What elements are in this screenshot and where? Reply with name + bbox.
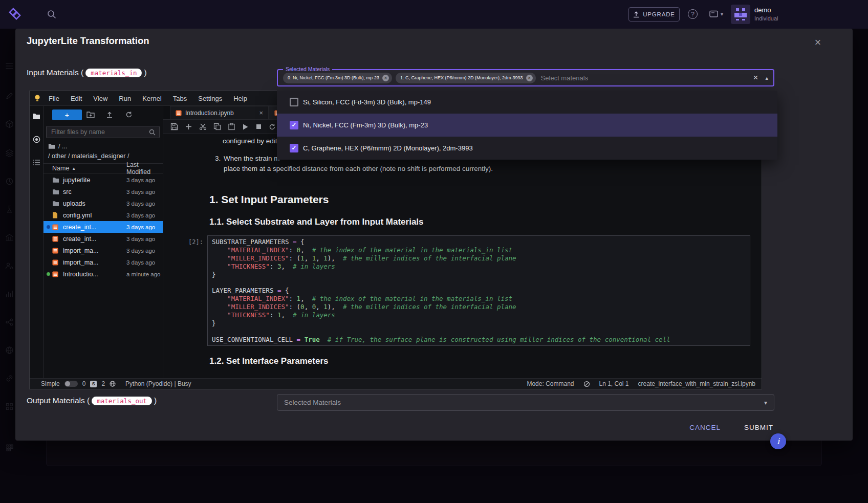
file-row[interactable]: import_ma...3 days ago [44, 256, 163, 268]
notebook-icon [52, 248, 58, 254]
restart-kernel-icon[interactable] [269, 123, 276, 130]
cancel-button[interactable]: CANCEL [688, 421, 722, 434]
material-option-1[interactable]: ✓Ni, Nickel, FCC (Fm-3m) 3D (Bulk), mp-2… [277, 114, 777, 137]
save-icon[interactable] [170, 123, 178, 130]
code-line: "MATERIAL_INDEX": 1, # the index of the … [212, 295, 746, 303]
upgrade-button[interactable]: UPGRADE [628, 7, 680, 21]
code-line: "MATERIAL_INDEX": 0, # the index of the … [212, 246, 746, 254]
jupyter-status-bar: Simple 0 S 2 Python (Pyodide) | Busy Mod… [30, 378, 762, 389]
code-line [212, 279, 746, 287]
file-row[interactable]: import_ma...3 days ago [44, 245, 163, 256]
paste-icon[interactable] [228, 123, 235, 130]
material-option-0[interactable]: Si, Silicon, FCC (Fd-3m) 3D (Bulk), mp-1… [277, 91, 777, 114]
menu-edit[interactable]: Edit [65, 95, 88, 102]
dropdown-open-icon[interactable]: ▴ [765, 75, 768, 81]
notebook-icon [52, 236, 58, 242]
table-of-contents-icon[interactable] [33, 159, 40, 166]
file-row[interactable]: src3 days ago [44, 186, 163, 198]
kernel-status[interactable]: Python (Pyodide) | Busy [125, 380, 191, 387]
yaml-icon [52, 212, 58, 218]
kernel-sessions-icon[interactable]: S [90, 381, 97, 387]
close-tab-icon[interactable]: × [259, 109, 263, 117]
new-launcher-button[interactable]: + [52, 110, 82, 120]
file-row[interactable]: create_int...3 days ago [44, 233, 163, 245]
file-name: Introductio... [63, 271, 98, 278]
remove-chip-icon[interactable]: × [526, 75, 533, 81]
subsection-heading: 1.2. Set Interface Parameters [209, 356, 328, 366]
code-line: USE_CONVENTIONAL_CELL = True # if True, … [212, 336, 746, 344]
folder-icon [48, 143, 55, 149]
mode-indicator[interactable]: Mode: Command [527, 380, 574, 387]
selected-material-chip[interactable]: 1: C, Graphene, HEX (P6/mmm) 2D (Monolay… [396, 73, 536, 83]
new-folder-icon[interactable] [86, 111, 95, 118]
breadcrumb-path[interactable]: / other / materials_designer / [48, 152, 129, 160]
notebook-icon [176, 110, 182, 116]
input-materials-select[interactable]: Selected Materials 0: Ni, Nickel, FCC (F… [277, 69, 774, 86]
menu-settings[interactable]: Settings [192, 95, 228, 102]
cell-execution-prompt: [2]: [170, 238, 203, 246]
select-placeholder[interactable]: Select materials [541, 74, 753, 82]
code-cell[interactable]: SUBSTRATE_PARAMETERS = { "MATERIAL_INDEX… [207, 235, 750, 346]
menu-kernel[interactable]: Kernel [137, 95, 167, 102]
user-name: demo [754, 6, 771, 14]
file-browser-icon[interactable] [32, 113, 40, 120]
notifications-icon[interactable] [583, 381, 590, 387]
file-row[interactable]: config.yml3 days ago [44, 209, 163, 221]
code-line: "MILLER_INDICES": (0, 0, 1), # the mille… [212, 303, 746, 311]
selected-material-chips: 0: Ni, Nickel, FCC (Fm-3m) 3D (Bulk), mp… [283, 73, 536, 83]
markdown-text: place them at a specified distance from … [224, 165, 493, 172]
simple-mode-label: Simple [41, 380, 60, 387]
menu-view[interactable]: View [88, 95, 113, 102]
cursor-position[interactable]: Ln 1, Col 1 [599, 380, 629, 387]
file-row[interactable]: create_int...3 days ago [44, 221, 163, 233]
material-option-2[interactable]: ✓C, Graphene, HEX (P6/mmm) 2D (Monolayer… [277, 137, 777, 160]
user-plan: Individual [754, 15, 778, 21]
column-last-modified[interactable]: Last Modified [126, 161, 163, 176]
section-heading: 1. Set Input Parameters [209, 193, 329, 206]
file-row[interactable]: Introductio...a minute ago [44, 268, 163, 280]
upload-arrow-icon [633, 11, 639, 18]
running-sessions-icon[interactable] [33, 136, 40, 143]
tab-introduction-notebook[interactable]: Introduction.ipynb × [170, 106, 269, 119]
checkbox-checked-icon[interactable]: ✓ [290, 121, 298, 129]
selected-material-chip[interactable]: 0: Ni, Nickel, FCC (Fm-3m) 3D (Bulk), mp… [283, 73, 392, 83]
info-fab-button[interactable]: i [770, 433, 786, 449]
stop-icon[interactable] [255, 123, 262, 130]
globe-icon [110, 381, 116, 387]
file-filter-input[interactable] [50, 128, 149, 136]
search-icon[interactable] [47, 10, 56, 19]
cut-icon[interactable] [199, 123, 207, 130]
app-logo-icon[interactable] [8, 7, 22, 21]
refresh-icon[interactable] [125, 111, 133, 118]
upload-icon[interactable] [106, 111, 113, 118]
jupyterlite-transformation-dialog: JupyterLite Transformation × Input Mater… [15, 29, 853, 441]
breadcrumb-root[interactable]: / ... [48, 143, 67, 150]
add-cell-icon[interactable] [185, 123, 192, 130]
clear-selection-icon[interactable]: × [753, 73, 758, 83]
avatar[interactable] [731, 5, 750, 24]
menu-file[interactable]: File [43, 95, 65, 102]
file-modified: a minute ago [126, 271, 161, 277]
menu-help[interactable]: Help [228, 95, 253, 102]
simple-mode-toggle[interactable] [64, 381, 78, 387]
file-row[interactable]: jupyterlite3 days ago [44, 174, 163, 186]
checkbox-unchecked-icon[interactable] [290, 98, 298, 106]
code-line: } [212, 319, 746, 327]
code-line [212, 327, 746, 336]
run-icon[interactable] [242, 123, 249, 130]
workspace-switcher-icon[interactable]: ▾ [709, 10, 723, 18]
kernel-count: 0 [82, 380, 86, 387]
menu-tabs[interactable]: Tabs [167, 95, 192, 102]
upgrade-label: UPGRADE [643, 11, 675, 17]
close-dialog-icon[interactable]: × [811, 36, 825, 50]
column-name[interactable]: Name▲ [44, 165, 76, 172]
file-row[interactable]: uploads3 days ago [44, 198, 163, 209]
checkbox-checked-icon[interactable]: ✓ [290, 144, 298, 152]
remove-chip-icon[interactable]: × [382, 75, 389, 81]
lightbulb-icon[interactable] [34, 94, 41, 102]
menu-run[interactable]: Run [113, 95, 137, 102]
help-icon[interactable]: ? [688, 9, 698, 19]
copy-icon[interactable] [213, 123, 221, 130]
submit-button[interactable]: SUBMIT [743, 421, 774, 434]
output-materials-select[interactable]: Selected Materials ▾ [277, 394, 774, 411]
